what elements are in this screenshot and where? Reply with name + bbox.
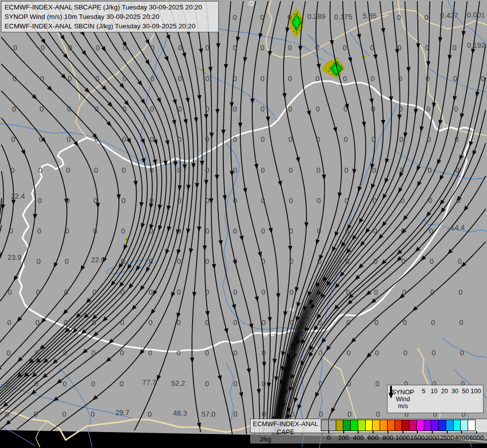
stipple-dot bbox=[342, 69, 343, 69]
cape-grid-label: 0 bbox=[261, 135, 265, 143]
cape-grid-label: 0 bbox=[205, 135, 209, 143]
cape-scale-cell bbox=[343, 420, 351, 431]
cape-grid-label: 0 bbox=[347, 380, 351, 388]
cape-grid-label: 0 bbox=[343, 75, 347, 83]
stipple-dot bbox=[341, 66, 342, 66]
cape-grid-label: 0 bbox=[38, 166, 42, 174]
cape-scale-cell bbox=[336, 420, 344, 431]
cape-grid-label: 0 bbox=[38, 197, 42, 205]
cape-grid-label: 0 bbox=[459, 288, 463, 296]
cape-grid-label: 0 bbox=[178, 135, 182, 143]
stipple-dot bbox=[328, 71, 329, 71]
weather-map-page: 0000000000000000000000000000000000000000… bbox=[0, 0, 487, 448]
cape-grid-label: 0 bbox=[400, 197, 404, 205]
cape-grid-label: 0 bbox=[317, 197, 321, 205]
cape-grid-label: 0 bbox=[233, 197, 237, 205]
cape-legend-parameter: CAPE bbox=[250, 428, 321, 436]
wind-speed-item: 50 bbox=[460, 387, 471, 412]
cape-grid-label: 0 bbox=[345, 257, 349, 265]
cape-grid-label: 0 bbox=[123, 75, 127, 83]
cape-scale-cell bbox=[401, 420, 409, 431]
cape-grid-label: 0 bbox=[262, 380, 266, 388]
cape-grid-label: 0 bbox=[122, 135, 126, 143]
cape-grid-label: 0 bbox=[9, 227, 13, 235]
cape-grid-label: 0 bbox=[403, 349, 407, 357]
cape-grid-label: 0 bbox=[397, 44, 401, 52]
cape-grid-label: 0 bbox=[205, 44, 209, 52]
cape-grid-label: 0 bbox=[431, 319, 435, 327]
stipple-dot bbox=[293, 14, 294, 14]
cape-grid-label: 0 bbox=[93, 227, 97, 235]
cape-scale-cell bbox=[424, 420, 432, 431]
cape-grid-label: 0 bbox=[205, 257, 209, 265]
cape-grid-label: 0 bbox=[65, 257, 69, 265]
cape-grid-label: 0 bbox=[261, 105, 265, 113]
cape-scale-tick-label: 1000 bbox=[395, 434, 410, 442]
cape-grid-label: 0 bbox=[120, 288, 124, 296]
cape-grid-label: 0 bbox=[67, 105, 71, 113]
cape-grid-label: 0 bbox=[288, 75, 292, 83]
cape-scale-cell bbox=[409, 420, 417, 431]
wind-legend-subtitle: Wind bbox=[396, 396, 410, 403]
cape-grid-label: 0 bbox=[13, 44, 17, 52]
cape-grid-label: 0 bbox=[92, 349, 96, 357]
cape-scale-tick-label: 0 bbox=[327, 434, 330, 442]
stipple-dot bbox=[295, 28, 296, 28]
cape-scale-tick-label: 800 bbox=[383, 434, 393, 442]
cape-grid-label: 0 bbox=[316, 135, 320, 143]
cape-grid-label: 0 bbox=[290, 288, 293, 296]
wind-speed-label: 50 bbox=[462, 388, 469, 395]
cape-grid-label: 0 bbox=[432, 349, 436, 357]
cape-grid-label: 0 bbox=[39, 135, 43, 143]
cape-grid-label: 0 bbox=[65, 227, 69, 235]
cape-grid-label: 0 bbox=[177, 197, 181, 205]
cape-grid-label: 0 bbox=[11, 135, 15, 143]
cape-grid-label: 0 bbox=[428, 166, 432, 174]
cape-grid-label: 0 bbox=[120, 319, 124, 327]
cape-grid-label: 0 bbox=[261, 75, 265, 83]
cape-grid-label: 0 bbox=[37, 257, 41, 265]
cape-grid-label: 0 bbox=[177, 288, 181, 296]
cape-grid-label: 0 bbox=[39, 105, 43, 113]
cape-grid-label: 0 bbox=[205, 288, 209, 296]
cape-grid-label: 0 bbox=[290, 380, 294, 388]
stipple-dot bbox=[296, 33, 297, 33]
stipple-dot bbox=[297, 12, 298, 13]
cape-grid-label: 0 bbox=[288, 105, 292, 113]
wind-speed-item: 30 bbox=[450, 387, 460, 412]
cape-grid-label: 0 bbox=[150, 75, 154, 83]
cape-grid-label: 0 bbox=[289, 197, 293, 205]
cape-grid-label: 0 bbox=[344, 135, 348, 143]
cape-grid-label: 0 bbox=[346, 319, 350, 327]
cape-grid-label: 0 bbox=[149, 227, 153, 235]
cape-grid-label: 0 bbox=[151, 44, 155, 52]
cape-grid-label: 0 bbox=[290, 349, 294, 357]
cape-grid-label: 0 bbox=[403, 319, 407, 327]
cape-scale-tick-label: 200 bbox=[338, 434, 349, 442]
cape-grid-label: 0 bbox=[64, 288, 68, 296]
cape-grid-label: 0 bbox=[96, 44, 99, 52]
cape-grid-label: 0 bbox=[63, 380, 67, 388]
cape-grid-label: 0 bbox=[94, 166, 98, 174]
cape-scale-tick-label: 400 bbox=[353, 434, 364, 442]
title-line-wind: SYNOP Wind (m/s) 10m Tuesday 30-09-2025 … bbox=[4, 12, 215, 21]
stipple-dot bbox=[330, 68, 331, 68]
stipple-dot bbox=[294, 20, 295, 20]
cape-scale-cell bbox=[358, 420, 366, 431]
stipple-dot bbox=[332, 74, 333, 74]
cape-scale-cell bbox=[416, 420, 424, 431]
cape-grid-label: 0 bbox=[262, 349, 266, 357]
wind-speed-label: 100 bbox=[471, 388, 481, 395]
cape-grid-label: 0 bbox=[10, 166, 14, 174]
cape-grid-label: 0 bbox=[453, 75, 457, 83]
cape-grid-label: 0 bbox=[91, 410, 95, 418]
cape-grid-label: 0 bbox=[178, 44, 182, 52]
cape-grid-label: 0 bbox=[35, 319, 39, 327]
cape-grid-label: 0 bbox=[261, 227, 265, 235]
cape-scale-tick bbox=[461, 431, 462, 434]
wind-speed-label: 5 bbox=[422, 388, 425, 395]
cape-grid-label: 0 bbox=[177, 227, 181, 235]
cape-grid-label: 0 bbox=[205, 380, 209, 388]
cape-grid-label: 0 bbox=[374, 257, 378, 265]
cape-grid-label: 0 bbox=[5, 410, 9, 418]
